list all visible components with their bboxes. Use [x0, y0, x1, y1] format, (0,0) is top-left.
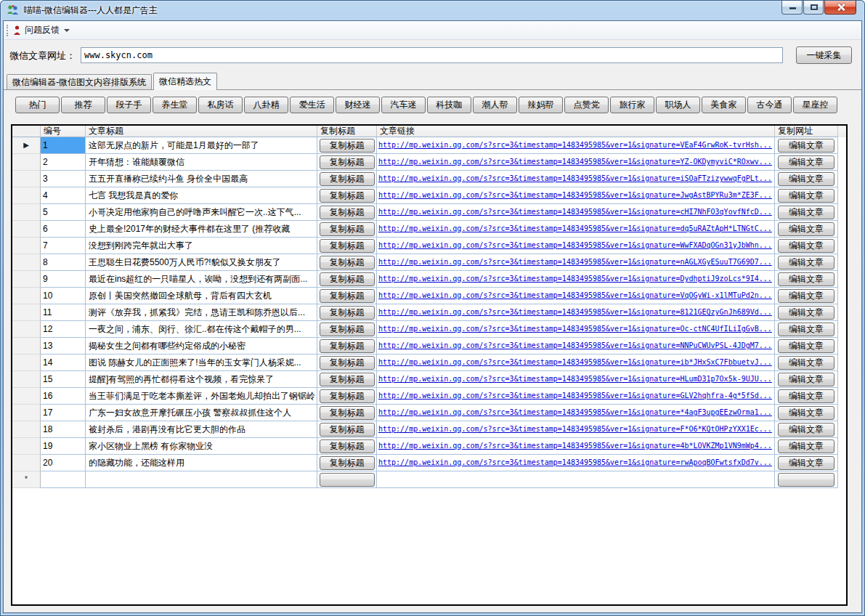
- row-selector[interactable]: [12, 304, 41, 321]
- article-link[interactable]: http://mp.weixin.qq.com/s?src=3&timestam…: [378, 187, 774, 203]
- article-link[interactable]: http://mp.weixin.qq.com/s?src=3&timestam…: [378, 321, 774, 337]
- category-button-8[interactable]: 财经迷: [336, 97, 380, 113]
- copy-title-button[interactable]: 复制标题: [320, 306, 375, 320]
- edit-article-button[interactable]: 编辑文章: [778, 155, 834, 169]
- edit-article-button[interactable]: 编辑文章: [778, 239, 834, 253]
- copy-title-button[interactable]: 复制标题: [320, 239, 375, 253]
- article-title-cell[interactable]: 被封杀后，港剧再没有比它更大胆的作品: [86, 421, 317, 438]
- edit-article-button[interactable]: 编辑文章: [778, 389, 834, 403]
- header-copy-title[interactable]: 复制标题: [317, 126, 377, 137]
- row-selector[interactable]: [12, 321, 41, 338]
- edit-article-button[interactable]: 编辑文章: [778, 373, 834, 386]
- edit-article-button[interactable]: 编辑文章: [778, 139, 834, 153]
- row-index-cell[interactable]: 11: [41, 304, 86, 321]
- minimize-button[interactable]: [781, 1, 803, 15]
- header-link[interactable]: 文章链接: [377, 126, 775, 137]
- copy-title-button[interactable]: 复制标题: [320, 272, 375, 286]
- edit-article-button[interactable]: 编辑文章: [778, 406, 834, 420]
- category-button-1[interactable]: 热门: [15, 97, 60, 113]
- article-title-cell[interactable]: 家小区物业上黑榜 有你家物业没: [86, 438, 317, 455]
- copy-title-button[interactable]: 复制标题: [320, 423, 375, 437]
- article-title-cell[interactable]: 最近在ins超红的一只喵星人，诶呦，没想到还有两副面...: [86, 271, 317, 288]
- row-index-cell[interactable]: 14: [41, 354, 86, 371]
- row-selector[interactable]: [12, 171, 41, 187]
- row-index-cell[interactable]: 13: [41, 338, 86, 354]
- copy-title-button[interactable]: 复制标题: [320, 155, 375, 169]
- edit-article-button[interactable]: 编辑文章: [778, 272, 834, 286]
- row-index-cell[interactable]: 15: [41, 371, 86, 388]
- row-index-cell[interactable]: 9: [41, 271, 86, 288]
- feedback-menu-item[interactable]: 问题反馈: [25, 24, 60, 36]
- article-link[interactable]: http://mp.weixin.qq.com/s?src=3&timestam…: [378, 371, 774, 387]
- article-title-cell[interactable]: 没想到刚跨完年就出大事了: [86, 238, 317, 254]
- article-title-cell[interactable]: 图说 陈赫女儿的正面照来了!当年的玉女掌门人杨采妮...: [86, 354, 317, 371]
- category-button-16[interactable]: 美食家: [702, 97, 746, 113]
- article-link[interactable]: http://mp.weixin.qq.com/s?src=3&timestam…: [378, 354, 774, 370]
- row-selector[interactable]: [12, 455, 41, 471]
- copy-title-button[interactable]: 复制标题: [320, 139, 375, 153]
- edit-article-button[interactable]: 编辑文章: [778, 356, 834, 370]
- article-title-cell[interactable]: 广东一妇女故意开摩托碾压小孩 警察叔叔抓住这个人: [86, 405, 317, 421]
- copy-title-button[interactable]: 复制标题: [320, 339, 375, 353]
- row-index-cell[interactable]: 7: [41, 238, 86, 254]
- copy-title-button[interactable]: 复制标题: [320, 389, 375, 403]
- row-index-cell[interactable]: 18: [41, 421, 86, 438]
- article-title-cell[interactable]: 王思聪生日花费5500万人民币?!貌似又换女朋友了: [86, 254, 317, 271]
- article-link[interactable]: http://mp.weixin.qq.com/s?src=3&timestam…: [378, 338, 774, 354]
- row-index-cell[interactable]: 2: [41, 154, 86, 171]
- row-selector[interactable]: [12, 154, 41, 171]
- category-button-17[interactable]: 古今通: [747, 97, 792, 113]
- copy-title-button[interactable]: 复制标题: [320, 256, 375, 270]
- article-link[interactable]: http://mp.weixin.qq.com/s?src=3&timestam…: [378, 221, 774, 237]
- header-index[interactable]: 编号: [41, 126, 86, 137]
- category-button-5[interactable]: 私房话: [198, 97, 243, 113]
- article-title-cell[interactable]: 提醒]有驾照的再忙都得看这个视频，看完惊呆了: [86, 371, 317, 388]
- category-button-4[interactable]: 养生堂: [153, 97, 197, 113]
- row-selector[interactable]: [12, 438, 41, 455]
- article-title-cell[interactable]: 一夜之间，浦东、闵行、徐汇..都在传这个戴帽子的男...: [86, 321, 317, 338]
- article-link[interactable]: http://mp.weixin.qq.com/s?src=3&timestam…: [378, 421, 774, 437]
- edit-article-button[interactable]: 编辑文章: [778, 439, 834, 453]
- edit-article-button[interactable]: 编辑文章: [778, 323, 834, 336]
- edit-article-button[interactable]: 编辑文章: [778, 339, 834, 353]
- article-link[interactable]: http://mp.weixin.qq.com/s?src=3&timestam…: [378, 238, 774, 254]
- row-selector[interactable]: [12, 271, 41, 288]
- tab-editor[interactable]: 微信编辑器-微信图文内容排版系统: [7, 74, 152, 89]
- article-link[interactable]: http://mp.weixin.qq.com/s?src=3&timestam…: [378, 271, 774, 287]
- article-link[interactable]: http://mp.weixin.qq.com/s?src=3&timestam…: [378, 171, 774, 187]
- article-title-cell[interactable]: 五五开直播称已续约斗鱼 身价全中国最高: [86, 171, 317, 187]
- row-selector[interactable]: [12, 421, 41, 438]
- row-selector[interactable]: [12, 254, 41, 271]
- collect-button[interactable]: 一键采集: [796, 46, 852, 64]
- row-selector[interactable]: [12, 221, 41, 238]
- copy-title-button[interactable]: 复制标题: [320, 356, 375, 370]
- dropdown-caret-icon[interactable]: [64, 29, 70, 32]
- article-title-cell[interactable]: 揭秘女生之间都有哪些约定俗成的小秘密: [86, 338, 317, 354]
- article-link[interactable]: http://mp.weixin.qq.com/s?src=3&timestam…: [378, 254, 774, 270]
- row-selector[interactable]: [12, 238, 41, 254]
- header-selector[interactable]: [12, 126, 41, 137]
- row-selector[interactable]: ▶: [12, 137, 41, 154]
- edit-article-button[interactable]: 编辑文章: [778, 206, 834, 219]
- article-title-cell[interactable]: [86, 471, 317, 488]
- category-button-11[interactable]: 潮人帮: [473, 97, 517, 113]
- row-index-cell[interactable]: 16: [41, 388, 86, 405]
- header-title[interactable]: 文章标题: [86, 126, 317, 137]
- copy-title-button[interactable]: 复制标题: [320, 439, 375, 453]
- category-button-10[interactable]: 科技咖: [427, 97, 471, 113]
- row-selector[interactable]: [12, 187, 41, 204]
- article-title-cell[interactable]: 七言 我想我是真的爱你: [86, 187, 317, 204]
- title-bar[interactable]: 喵喵-微信编辑器---人人都是广告主: [0, 0, 865, 20]
- edit-article-button[interactable]: 编辑文章: [778, 189, 834, 203]
- category-button-15[interactable]: 职场人: [656, 97, 700, 113]
- header-copy-url[interactable]: 复制网址: [775, 126, 838, 137]
- close-button[interactable]: [824, 1, 856, 15]
- edit-article-button[interactable]: 编辑文章: [778, 456, 834, 470]
- article-link[interactable]: http://mp.weixin.qq.com/s?src=3&timestam…: [378, 288, 774, 304]
- row-index-cell[interactable]: 20: [41, 455, 86, 471]
- category-button-14[interactable]: 旅行家: [610, 97, 654, 113]
- row-selector[interactable]: *: [12, 471, 41, 488]
- edit-article-button[interactable]: [778, 473, 834, 487]
- row-selector[interactable]: [12, 338, 41, 354]
- row-index-cell[interactable]: 1: [41, 137, 86, 154]
